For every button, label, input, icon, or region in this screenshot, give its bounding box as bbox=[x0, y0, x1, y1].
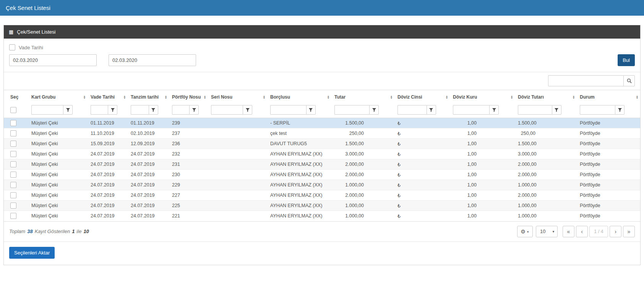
table-row[interactable]: Müşteri Çeki24.07.201924.07.2019225AYHAN… bbox=[4, 201, 640, 211]
first-page-button[interactable]: « bbox=[563, 226, 574, 237]
table-row[interactable]: Müşteri Çeki24.07.201924.07.2019221AYHAN… bbox=[4, 211, 640, 221]
column-header-portfoy-nosu[interactable]: Pörtföy Nosu▴▾ bbox=[169, 90, 208, 104]
filter-input-borclusu[interactable] bbox=[270, 105, 306, 115]
column-header-vade-tarihi[interactable]: Vade Tarihi▴▾ bbox=[88, 90, 128, 104]
column-header-borclusu[interactable]: Borçlusu▴▾ bbox=[267, 90, 331, 104]
filter-menu-button[interactable] bbox=[489, 105, 499, 115]
filter-input-durum[interactable] bbox=[580, 105, 615, 115]
row-select-checkbox[interactable] bbox=[10, 130, 16, 136]
table-filter-row bbox=[4, 104, 640, 118]
filter-input-portfoy-nosu[interactable] bbox=[172, 105, 189, 115]
row-select-checkbox[interactable] bbox=[10, 120, 16, 126]
table-row[interactable]: Müşteri Çeki15.09.201912.09.2019236DAVUT… bbox=[4, 139, 640, 149]
filter-menu-button[interactable] bbox=[306, 105, 316, 115]
cell-doviz-tutari: 1.000,00 bbox=[515, 201, 577, 211]
sort-icon[interactable]: ▴▾ bbox=[84, 95, 85, 99]
column-header-durum[interactable]: Durum▴▾ bbox=[577, 90, 640, 104]
filter-input-doviz-cinsi[interactable] bbox=[397, 105, 427, 115]
page-size-select[interactable]: 10 bbox=[536, 226, 558, 237]
row-select-checkbox[interactable] bbox=[10, 182, 16, 188]
table-row[interactable]: Müşteri Çeki24.07.201924.07.2019229AYHAN… bbox=[4, 180, 640, 190]
date-to-input[interactable] bbox=[109, 54, 196, 66]
filter-menu-button[interactable] bbox=[615, 105, 625, 115]
table-row[interactable]: Müşteri Çeki24.07.201924.07.2019232AYHAN… bbox=[4, 149, 640, 159]
vade-tarihi-checkbox[interactable] bbox=[9, 44, 15, 50]
filter-input-seri-nosu[interactable] bbox=[211, 105, 243, 115]
panel-title: Çek/Senet Listesi bbox=[17, 29, 55, 35]
filter-menu-button[interactable] bbox=[108, 105, 117, 115]
cell-doviz-cinsi: ₺ bbox=[394, 159, 450, 170]
bul-button[interactable]: Bul bbox=[618, 54, 635, 66]
sort-icon[interactable]: ▴▾ bbox=[511, 95, 513, 99]
filter-group-doviz-kuru bbox=[453, 105, 499, 115]
filter-input-doviz-tutari[interactable] bbox=[518, 105, 552, 115]
cell-doviz-kuru: 1,00 bbox=[450, 201, 515, 211]
cell-seri-nosu bbox=[208, 180, 267, 190]
date-filter-section: Vade Tarihi Bul bbox=[4, 39, 640, 72]
table-row[interactable]: Müşteri Çeki24.07.201924.07.2019227AYHAN… bbox=[4, 190, 640, 201]
column-header-seri-nosu[interactable]: Seri Nosu▴▾ bbox=[208, 90, 267, 104]
filter-group-kart-grubu bbox=[31, 105, 73, 115]
search-section bbox=[4, 72, 640, 90]
vade-tarihi-checkbox-row[interactable]: Vade Tarihi bbox=[9, 44, 43, 50]
row-select-checkbox[interactable] bbox=[10, 213, 16, 219]
cell-borclusu: AYHAN ERYILMAZ (XX) bbox=[267, 211, 331, 221]
cell-doviz-cinsi: ₺ bbox=[394, 201, 450, 211]
filter-input-doviz-kuru[interactable] bbox=[453, 105, 489, 115]
table-search-input[interactable] bbox=[548, 75, 623, 86]
row-select-checkbox[interactable] bbox=[10, 161, 16, 167]
filter-menu-button[interactable] bbox=[63, 105, 73, 115]
column-header-doviz-tutari[interactable]: Döviz Tutarı▴▾ bbox=[515, 90, 577, 104]
prev-page-button[interactable]: ‹ bbox=[576, 226, 588, 237]
table-row[interactable]: Müşteri Çeki11.10.201902.10.2019237çek t… bbox=[4, 128, 640, 139]
sort-icon[interactable]: ▴▾ bbox=[124, 95, 125, 99]
sort-icon[interactable]: ▴▾ bbox=[204, 95, 206, 99]
table-row[interactable]: Müşteri Çeki01.11.201901.11.2019239- SER… bbox=[4, 118, 640, 128]
cell-vade-tarihi: 24.07.2019 bbox=[88, 211, 128, 221]
search-icon bbox=[627, 78, 632, 83]
cell-doviz-tutari: 250,00 bbox=[515, 128, 577, 139]
filter-menu-button[interactable] bbox=[189, 105, 199, 115]
secilenleri-aktar-button[interactable]: Seçilenleri Aktar bbox=[9, 247, 55, 259]
column-header-doviz-kuru[interactable]: Döviz Kuru▴▾ bbox=[450, 90, 515, 104]
row-select-checkbox[interactable] bbox=[10, 141, 16, 147]
row-select-checkbox[interactable] bbox=[10, 172, 16, 178]
cell-borclusu: AYHAN ERYILMAZ (XX) bbox=[267, 159, 331, 170]
filter-menu-button[interactable] bbox=[149, 105, 158, 115]
search-button[interactable] bbox=[623, 75, 635, 86]
filter-menu-button[interactable] bbox=[369, 105, 379, 115]
table-row[interactable]: Müşteri Çeki24.07.201924.07.2019231AYHAN… bbox=[4, 159, 640, 170]
sort-icon[interactable]: ▴▾ bbox=[165, 95, 167, 99]
column-header-doviz-cinsi[interactable]: Döviz Cinsi▴▾ bbox=[394, 90, 450, 104]
funnel-icon bbox=[309, 108, 313, 112]
filter-input-vade-tarihi[interactable] bbox=[91, 105, 108, 115]
cell-doviz-tutari: 2.000,00 bbox=[515, 170, 577, 180]
filter-input-kart-grubu[interactable] bbox=[31, 105, 63, 115]
table-row[interactable]: Müşteri Çeki24.07.201924.07.2019230AYHAN… bbox=[4, 170, 640, 180]
filter-input-tanzim-tarihi[interactable] bbox=[131, 105, 149, 115]
sort-icon[interactable]: ▴▾ bbox=[263, 95, 265, 99]
sort-icon[interactable]: ▴▾ bbox=[391, 95, 392, 99]
sort-icon[interactable]: ▴▾ bbox=[328, 95, 329, 99]
sort-icon[interactable]: ▴▾ bbox=[573, 95, 574, 99]
last-page-button[interactable]: » bbox=[623, 226, 635, 237]
record-summary: Toplam 38 Kayıt Gösterilen 1 ile 10 bbox=[9, 229, 89, 234]
cell-doviz-kuru: 1,00 bbox=[450, 211, 515, 221]
filter-menu-button[interactable] bbox=[243, 105, 252, 115]
row-select-checkbox[interactable] bbox=[10, 192, 16, 198]
row-select-checkbox[interactable] bbox=[10, 203, 16, 209]
filter-input-tutar[interactable] bbox=[334, 105, 369, 115]
next-page-button[interactable]: › bbox=[610, 226, 621, 237]
page-title: Çek Senet Listesi bbox=[6, 5, 50, 11]
column-header-tutar[interactable]: Tutar▴▾ bbox=[331, 90, 394, 104]
row-select-checkbox[interactable] bbox=[10, 151, 16, 157]
sort-icon[interactable]: ▴▾ bbox=[446, 95, 448, 99]
date-from-input[interactable] bbox=[9, 54, 97, 66]
filter-menu-button[interactable] bbox=[427, 105, 436, 115]
sort-icon[interactable]: ▴▾ bbox=[636, 95, 638, 99]
select-all-checkbox[interactable] bbox=[10, 107, 16, 113]
filter-menu-button[interactable] bbox=[552, 105, 561, 115]
column-header-tanzim-tarihi[interactable]: Tanzim tarihi▴▾ bbox=[128, 90, 169, 104]
grid-settings-button[interactable]: ⚙▲ bbox=[517, 226, 533, 237]
column-header-kart-grubu[interactable]: Kart Grubu▴▾ bbox=[28, 90, 88, 104]
